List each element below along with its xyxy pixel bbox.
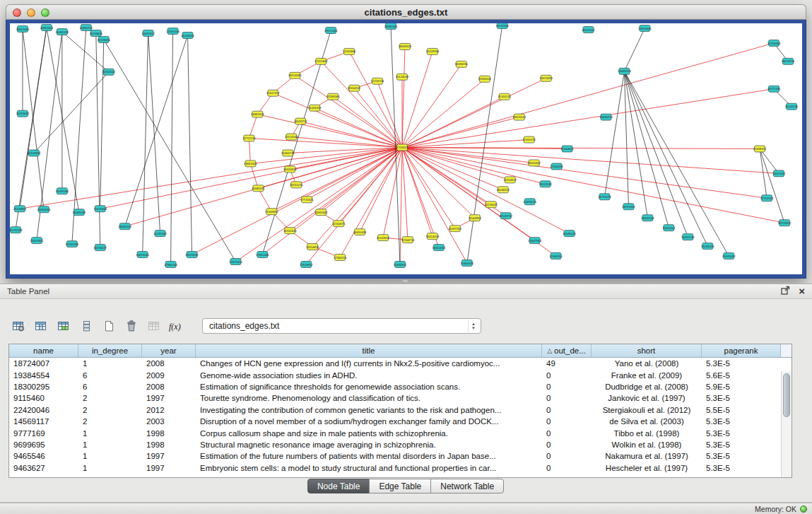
table-row[interactable]: 946362711997Embryonic stem cells: a mode… [9, 462, 792, 474]
graph-node[interactable]: 15300712 [281, 150, 295, 156]
table-cell[interactable]: 5.5E-5 [702, 404, 781, 416]
graph-node[interactable]: 15128764 [426, 48, 440, 54]
column-header-out_de[interactable]: △out_de... [542, 344, 592, 357]
table-row[interactable]: 946554611997Estimation of the future num… [9, 450, 792, 462]
table-row[interactable]: 1872400712008Changes of HCN gene express… [9, 358, 792, 369]
column-header-title[interactable]: title [196, 344, 542, 357]
graph-node[interactable]: 15958312 [753, 146, 767, 152]
table-cell[interactable]: Changes of HCN gene expression and I(f) … [196, 358, 542, 369]
table-cell[interactable]: 9115460 [9, 392, 78, 404]
table-cell[interactable]: 22420046 [9, 404, 78, 416]
table-cell[interactable]: 14569117 [9, 416, 78, 427]
float-panel-icon[interactable] [781, 285, 790, 298]
graph-node[interactable]: 19245032 [722, 253, 736, 259]
table-cell[interactable]: 2008 [142, 381, 196, 392]
graph-node[interactable]: 10490712 [79, 24, 93, 30]
graph-node[interactable]: 16026752 [294, 118, 307, 124]
graph-node[interactable]: 15029463 [93, 206, 107, 212]
graph-node[interactable]: 16326514 [512, 114, 526, 120]
table-cell[interactable]: Estimation of significance thresholds fo… [196, 381, 542, 392]
graph-node[interactable]: 19245013 [701, 243, 714, 250]
table-cell[interactable]: 19384554 [9, 369, 78, 380]
graph-node[interactable]: 15093160 [56, 188, 69, 194]
graph-node[interactable]: 17715321 [300, 197, 314, 203]
window-minimize-button[interactable] [27, 8, 35, 17]
table-cell[interactable]: 2 [78, 416, 142, 427]
combo-stepper-icon[interactable]: ▲▼ [468, 320, 478, 332]
graph-node[interactable]: 15195328 [10, 227, 23, 233]
table-row[interactable]: 1830029562008Estimation of significance … [9, 381, 792, 392]
graph-node[interactable]: 15572302 [495, 23, 509, 28]
graph-node[interactable]: 20310542 [102, 69, 115, 75]
table-cell[interactable]: 18724007 [9, 358, 78, 369]
table-cell[interactable]: 5.3E-5 [702, 462, 781, 474]
graph-node[interactable]: 12216047 [484, 201, 498, 208]
graph-node[interactable]: 15640213 [599, 114, 613, 120]
table-cell[interactable]: 0 [542, 427, 592, 438]
graph-node[interactable]: 15963102 [478, 76, 491, 82]
column-header-year[interactable]: year [142, 344, 196, 357]
table-cell[interactable]: 9777169 [9, 427, 78, 438]
graph-node[interactable]: 12464351 [549, 253, 563, 259]
table-cell[interactable]: 5.3E-5 [702, 358, 781, 369]
graph-node[interactable]: 16610436 [353, 229, 367, 235]
table-cell[interactable]: 0 [542, 369, 592, 380]
rows-icon[interactable] [76, 317, 96, 335]
table-cell[interactable]: 1 [78, 439, 142, 450]
graph-node[interactable]: 17251843 [314, 58, 328, 64]
scrollbar-thumb[interactable] [783, 373, 790, 417]
table-cell[interactable]: Investigating the contribution of common… [196, 404, 542, 416]
graph-node[interactable]: 16046312 [496, 187, 510, 193]
graph-node[interactable]: 15501334 [66, 241, 79, 247]
table-cell[interactable]: 6 [78, 381, 142, 392]
graph-node[interactable]: 12164035 [550, 163, 563, 170]
column-header-short[interactable]: short [592, 344, 702, 357]
graph-node[interactable]: 16046120 [563, 230, 576, 237]
delete-table-icon[interactable] [122, 317, 141, 335]
graph-node[interactable]: 15450134 [681, 234, 695, 240]
graph-node[interactable]: 26065012 [118, 223, 131, 230]
graph-node[interactable]: 17244071 [332, 221, 346, 227]
table-cell[interactable]: 1 [78, 450, 142, 462]
window-zoom-button[interactable] [41, 8, 49, 17]
table-cell[interactable]: 0 [542, 439, 592, 450]
table-cell[interactable]: 0 [542, 462, 592, 474]
graph-node[interactable]: 15464370 [461, 260, 474, 267]
table-cell[interactable]: 2003 [142, 416, 196, 427]
graph-node[interactable]: 12160731 [522, 136, 536, 143]
graph-node[interactable]: 15093145 [136, 252, 149, 258]
graph-node[interactable]: 15124549 [396, 74, 409, 80]
graph-node[interactable]: 15501812 [30, 238, 44, 244]
table-cell[interactable]: Nakamura et al. (1997) [592, 450, 702, 462]
graph-node[interactable]: 19316405 [638, 25, 652, 31]
graph-node[interactable]: 16770312 [778, 220, 792, 226]
graph-node[interactable]: 15193042 [16, 110, 30, 117]
graph-node[interactable]: 17625440 [256, 252, 269, 258]
window-titlebar[interactable]: citations_edges.txt [6, 4, 806, 20]
graph-node[interactable]: 19448794 [618, 68, 631, 74]
table-cell[interactable]: 0 [542, 404, 592, 416]
graph-node[interactable]: 12055342 [314, 209, 328, 216]
close-panel-icon[interactable]: × [799, 287, 805, 296]
panel-splitter-handle[interactable] [402, 279, 408, 283]
graph-node[interactable]: 16224085 [288, 72, 302, 78]
table-cell[interactable]: 9463627 [9, 462, 78, 474]
graph-node[interactable]: 16841005 [244, 160, 257, 167]
table-cell[interactable]: Corpus callosum shape and size in male p… [196, 427, 542, 438]
graph-node[interactable]: 16312440 [283, 228, 297, 234]
graph-node[interactable]: 16193420 [89, 30, 102, 36]
graph-node[interactable]: 17034662 [265, 209, 278, 215]
table-cell[interactable]: 9465546 [9, 450, 78, 462]
graph-node[interactable]: 19591932 [185, 252, 199, 258]
table-cell[interactable]: 5.9E-5 [702, 381, 781, 392]
table-cell[interactable]: 1997 [142, 450, 196, 462]
graph-node[interactable]: 25100812 [13, 206, 27, 212]
graph-node[interactable]: 26065050 [37, 206, 51, 213]
graph-node[interactable]: 15464312 [394, 262, 407, 268]
graph-node[interactable]: 18381305 [384, 23, 398, 29]
graph-node[interactable]: 17625410 [229, 259, 242, 265]
table-cell[interactable]: Tibbo et al. (1998) [592, 427, 702, 438]
table-cell[interactable]: 2 [78, 392, 142, 404]
table-cell[interactable]: 5.3E-5 [702, 416, 781, 427]
graph-node[interactable]: 16636910 [455, 61, 469, 67]
